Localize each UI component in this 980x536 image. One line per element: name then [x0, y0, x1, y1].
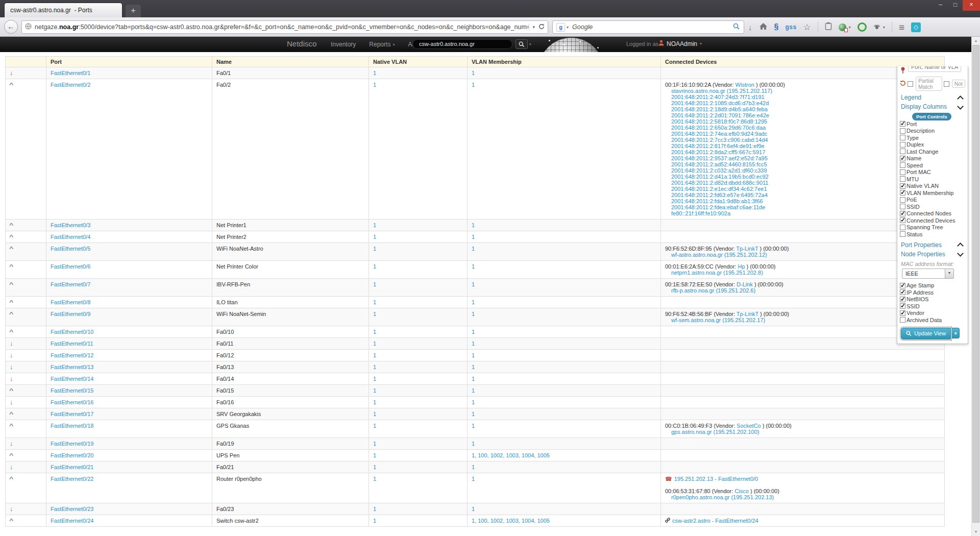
node-link[interactable]: 2001:648:2011:2:9537:aef2:e52d:7a95 [671, 155, 768, 161]
vendor-link[interactable]: Hp [738, 263, 745, 270]
extension-fly-icon[interactable] [873, 22, 880, 32]
vlan-membership-link[interactable]: 1 [472, 222, 475, 228]
port-link[interactable]: FastEthernet0/5 [51, 246, 90, 252]
port-link[interactable]: FastEthernet0/8 [51, 299, 90, 305]
browser-tab[interactable]: csw-astr0.astro.noa.gr - Ports [4, 3, 122, 17]
vlan-membership-link[interactable]: 1, 100, 1002, 1003, 1004, 1005 [472, 518, 550, 524]
port-link[interactable]: FastEthernet0/7 [51, 281, 90, 287]
vlan-membership-link[interactable]: 1 [472, 441, 475, 447]
neighbor-link[interactable]: 195.251.202.13 - FastEthernet0/0 [674, 476, 758, 482]
native-vlan-link[interactable]: 1 [373, 464, 376, 470]
node-option-vendor[interactable]: Vendor [900, 310, 965, 317]
checkbox[interactable] [900, 128, 905, 134]
native-vlan-link[interactable]: 1 [373, 423, 376, 429]
column-toggle-native-vlan[interactable]: Native VLAN [900, 183, 965, 190]
checkbox[interactable] [900, 289, 905, 295]
checkbox[interactable] [900, 231, 905, 237]
native-vlan-link[interactable]: 1 [373, 311, 376, 317]
native-vlan-link[interactable]: 1 [373, 70, 376, 76]
port-link[interactable]: FastEthernet0/19 [51, 441, 93, 447]
neighbor-link[interactable]: csw-astr2.astro - FastEthernet0/24 [672, 518, 758, 524]
node-option-ip-address[interactable]: IP Address [900, 289, 965, 296]
pin-icon[interactable] [900, 67, 906, 75]
native-vlan-link[interactable]: 1 [373, 299, 376, 305]
column-toggle-port-mac[interactable]: Port MAC [900, 169, 965, 176]
native-vlan-link[interactable]: 1 [373, 441, 376, 447]
port-link[interactable]: FastEthernet0/3 [51, 222, 90, 228]
url-dropdown-icon[interactable]: ▾ [532, 25, 535, 30]
native-vlan-link[interactable]: 1 [373, 506, 376, 512]
update-view-dropdown-button[interactable]: ▼ [952, 328, 960, 338]
column-toggle-description[interactable]: Description [900, 128, 965, 135]
port-properties-toggle[interactable]: Port Properties [901, 241, 964, 249]
node-link[interactable]: 2001:648:2011:2:8da2:cff5:667c:5917 [671, 149, 765, 155]
device-search-dropdown-icon[interactable]: ▾ [529, 42, 531, 46]
node-link[interactable]: fe80::21f:16ff:fe10:902a [671, 210, 730, 216]
checkbox[interactable] [900, 197, 905, 203]
checkbox[interactable] [900, 225, 905, 230]
device-search-input[interactable]: csw-astr0.astro.noa.gr [412, 39, 512, 49]
checkbox[interactable] [900, 135, 905, 140]
vlan-membership-link[interactable]: 1 [472, 399, 475, 405]
column-toggle-status[interactable]: Status [900, 231, 965, 238]
scrollbar-thumb[interactable] [972, 45, 979, 523]
back-button[interactable]: ← [4, 20, 18, 34]
node-link[interactable]: stavrinos.astro.noa.gr (195.251.202.117) [671, 88, 772, 94]
vlan-membership-link[interactable]: 1 [472, 423, 475, 429]
port-link[interactable]: FastEthernet0/12 [51, 352, 93, 358]
vlan-membership-link[interactable]: 1 [472, 340, 475, 347]
user-menu[interactable]: NOAAdmin ▾ [658, 40, 702, 47]
port-link[interactable]: FastEthernet0/1 [51, 70, 90, 76]
close-button[interactable]: × [963, 0, 980, 11]
url-bar[interactable]: netgaze.noa.gr:5000/device?tab=ports&q=c… [21, 20, 548, 34]
native-vlan-link[interactable]: 1 [373, 476, 376, 482]
legend-toggle[interactable]: Legend [901, 94, 964, 101]
column-toggle-spanning-tree[interactable]: Spanning Tree [900, 224, 965, 231]
column-toggle-name[interactable]: Name [900, 155, 965, 162]
checkbox[interactable] [900, 176, 905, 182]
device-search-button[interactable] [516, 39, 528, 49]
checkbox[interactable] [900, 142, 905, 148]
checkbox[interactable] [900, 303, 905, 309]
menu-hamburger-icon[interactable]: ≡ [899, 22, 904, 32]
vendor-link[interactable]: Wistron [736, 82, 754, 88]
port-link[interactable]: FastEthernet0/17 [51, 411, 93, 417]
vlan-membership-link[interactable]: 1 [472, 476, 475, 482]
search-engine-dropdown-icon[interactable]: ▾ [567, 25, 569, 30]
node-link[interactable]: 2001:648:2011:2:d41a:19b5:bcd0:ec92 [671, 174, 769, 180]
native-vlan-link[interactable]: 1 [373, 452, 376, 458]
vendor-link[interactable]: Cisco [734, 488, 749, 494]
clipboard-icon[interactable] [825, 22, 832, 32]
node-link[interactable]: gps.astro.noa.gr (195.251.202.100) [671, 429, 759, 435]
column-toggle-last-change[interactable]: Last Change [900, 148, 965, 155]
node-option-ssid[interactable]: SSID [900, 303, 965, 310]
reset-filter-icon[interactable] [900, 80, 906, 87]
vlan-membership-link[interactable]: 1 [472, 352, 475, 358]
netdisco-brand[interactable]: Netdisco [287, 39, 316, 48]
vendor-link[interactable]: Tp-LinkT [736, 246, 758, 252]
bookmark-star-icon[interactable]: ☆ [803, 23, 811, 32]
vendor-link[interactable]: Tp-LinkT [737, 311, 758, 317]
checkbox[interactable] [900, 217, 905, 223]
native-vlan-link[interactable]: 1 [373, 222, 376, 228]
vendor-link[interactable]: SocketCo [737, 423, 761, 429]
port-link[interactable]: FastEthernet0/15 [51, 387, 93, 394]
checkbox[interactable] [900, 317, 905, 323]
port-link[interactable]: FastEthernet0/18 [51, 423, 93, 429]
vlan-membership-link[interactable]: 1 [472, 70, 475, 76]
port-link[interactable]: FastEthernet0/11 [51, 340, 93, 347]
port-link[interactable]: FastEthernet0/16 [51, 399, 93, 405]
native-vlan-link[interactable]: 1 [373, 376, 376, 382]
fly-dropdown-icon[interactable]: ▾ [883, 25, 885, 30]
port-link[interactable]: FastEthernet0/22 [51, 476, 93, 482]
port-link[interactable]: FastEthernet0/2 [51, 82, 90, 88]
node-link[interactable]: 2001:648:2011:2:407:24d3:7f71:d191 [671, 94, 765, 100]
vlan-membership-link[interactable]: 1 [472, 299, 475, 305]
column-toggle-type[interactable]: Type [900, 134, 965, 141]
native-vlan-link[interactable]: 1 [373, 411, 376, 417]
column-toggle-connected-nodes[interactable]: Connected Nodes [900, 210, 965, 217]
node-link[interactable]: wf-sem.astro.noa.gr (195.251.202.17) [671, 317, 765, 323]
partial-match-checkbox[interactable] [908, 81, 913, 87]
node-link[interactable]: 2001:648:2011:2:18d9:d4b5:a640:feba [671, 106, 768, 112]
downloads-icon[interactable]: ↓ [748, 23, 752, 31]
